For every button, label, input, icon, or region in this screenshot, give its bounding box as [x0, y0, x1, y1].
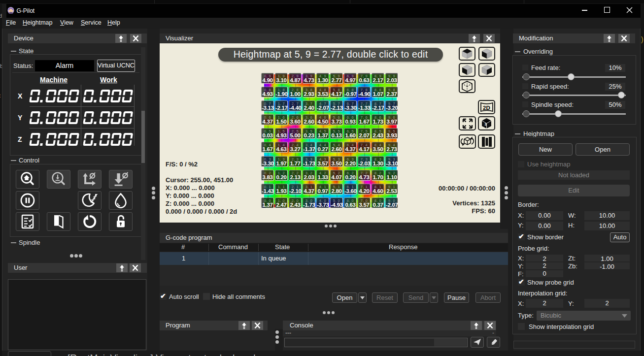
svg-text:2D: 2D [483, 105, 490, 111]
svg-text:3: 3 [485, 123, 487, 126]
